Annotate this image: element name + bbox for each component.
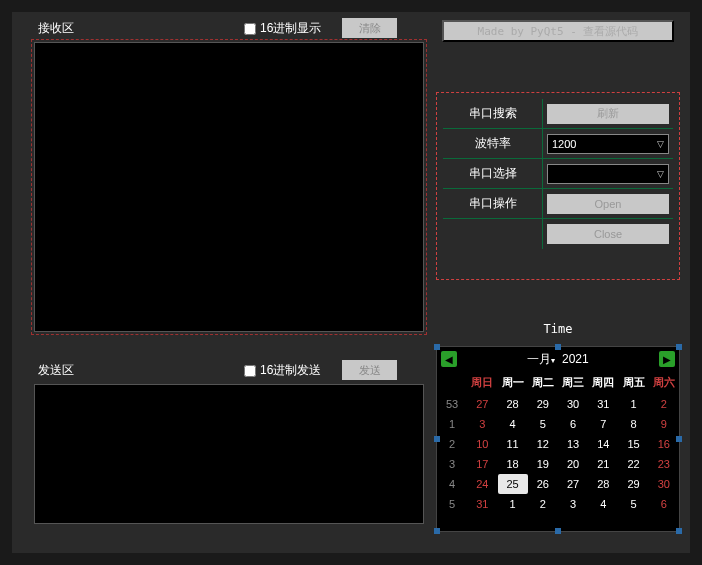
- calendar-dow: 周六: [649, 371, 679, 394]
- baud-rate-label: 波特率: [443, 129, 543, 158]
- calendar-day[interactable]: 18: [498, 454, 528, 474]
- resize-handle[interactable]: [676, 436, 682, 442]
- calendar-day[interactable]: 13: [558, 434, 588, 454]
- calendar-day[interactable]: 16: [649, 434, 679, 454]
- send-button[interactable]: 发送: [342, 360, 397, 380]
- time-label: Time: [436, 322, 680, 336]
- calendar-day[interactable]: 7: [588, 414, 618, 434]
- calendar-day[interactable]: 27: [558, 474, 588, 494]
- calendar-day[interactable]: 11: [498, 434, 528, 454]
- calendar-day[interactable]: 8: [619, 414, 649, 434]
- receive-textarea[interactable]: [34, 42, 424, 332]
- calendar-day[interactable]: 20: [558, 454, 588, 474]
- serial-config-panel: 串口搜索 刷新 波特率 1200 ▽ 串口选择 ▽ 串口操作 Open: [436, 92, 680, 280]
- hex-send-checkbox[interactable]: 16进制发送: [244, 362, 321, 379]
- baud-rate-value: 1200: [552, 138, 576, 150]
- chevron-down-icon: ▽: [657, 169, 664, 179]
- send-textarea[interactable]: [34, 384, 424, 524]
- madeby-button[interactable]: Made by PyQt5 - 查看源代码: [442, 20, 674, 42]
- calendar-day[interactable]: 2: [528, 494, 558, 514]
- clear-button[interactable]: 清除: [342, 18, 397, 38]
- calendar-day[interactable]: 14: [588, 434, 618, 454]
- calendar-day[interactable]: 15: [619, 434, 649, 454]
- calendar-day[interactable]: 3: [467, 414, 497, 434]
- calendar-day[interactable]: 19: [528, 454, 558, 474]
- calendar-dow: 周日: [467, 371, 497, 394]
- calendar-day[interactable]: 4: [498, 414, 528, 434]
- calendar-dow: 周一: [498, 371, 528, 394]
- calendar-day[interactable]: 21: [588, 454, 618, 474]
- hex-display-checkbox[interactable]: 16进制显示: [244, 20, 321, 37]
- calendar-dow: 周二: [528, 371, 558, 394]
- calendar-day[interactable]: 25: [498, 474, 528, 494]
- calendar-week-number: 53: [437, 394, 467, 414]
- calendar-day[interactable]: 22: [619, 454, 649, 474]
- close-button[interactable]: Close: [547, 224, 669, 244]
- calendar-title[interactable]: 一月▾ 2021: [527, 351, 588, 368]
- resize-handle[interactable]: [676, 344, 682, 350]
- calendar-day[interactable]: 28: [588, 474, 618, 494]
- resize-handle[interactable]: [434, 436, 440, 442]
- serial-op-label: 串口操作: [443, 189, 543, 218]
- calendar-day[interactable]: 17: [467, 454, 497, 474]
- calendar-day[interactable]: 6: [649, 494, 679, 514]
- calendar-week-number: 1: [437, 414, 467, 434]
- calendar-day[interactable]: 5: [528, 414, 558, 434]
- calendar-day[interactable]: 12: [528, 434, 558, 454]
- calendar-day[interactable]: 29: [619, 474, 649, 494]
- hex-display-label: 16进制显示: [260, 20, 321, 37]
- baud-rate-combo[interactable]: 1200 ▽: [547, 134, 669, 154]
- calendar-day[interactable]: 26: [528, 474, 558, 494]
- resize-handle[interactable]: [434, 344, 440, 350]
- calendar-week-number: 5: [437, 494, 467, 514]
- calendar-day[interactable]: 5: [619, 494, 649, 514]
- calendar-dow: 周五: [619, 371, 649, 394]
- calendar-week-number: 4: [437, 474, 467, 494]
- calendar-widget[interactable]: ◀ 一月▾ 2021 ▶ 周日周一周二周三周四周五周六5327282930311…: [436, 346, 680, 532]
- hex-send-checkbox-input[interactable]: [244, 365, 256, 377]
- hex-send-label: 16进制发送: [260, 362, 321, 379]
- receive-area-label: 接收区: [38, 20, 74, 37]
- calendar-day[interactable]: 31: [588, 394, 618, 414]
- chevron-down-icon: ▽: [657, 139, 664, 149]
- open-button[interactable]: Open: [547, 194, 669, 214]
- calendar-next-button[interactable]: ▶: [659, 351, 675, 367]
- calendar-day[interactable]: 24: [467, 474, 497, 494]
- calendar-day[interactable]: 30: [558, 394, 588, 414]
- calendar-day[interactable]: 4: [588, 494, 618, 514]
- calendar-grid: 周日周一周二周三周四周五周六53272829303112134567892101…: [437, 371, 679, 514]
- calendar-day[interactable]: 27: [467, 394, 497, 414]
- calendar-dow: 周四: [588, 371, 618, 394]
- calendar-day[interactable]: 6: [558, 414, 588, 434]
- send-area-label: 发送区: [38, 362, 74, 379]
- calendar-day[interactable]: 2: [649, 394, 679, 414]
- calendar-day[interactable]: 23: [649, 454, 679, 474]
- resize-handle[interactable]: [676, 528, 682, 534]
- calendar-day[interactable]: 3: [558, 494, 588, 514]
- port-select-label: 串口选择: [443, 159, 543, 188]
- serial-search-label: 串口搜索: [443, 99, 543, 128]
- calendar-day[interactable]: 30: [649, 474, 679, 494]
- calendar-day[interactable]: 28: [498, 394, 528, 414]
- port-select-combo[interactable]: ▽: [547, 164, 669, 184]
- resize-handle[interactable]: [434, 528, 440, 534]
- calendar-day[interactable]: 1: [619, 394, 649, 414]
- calendar-day[interactable]: 31: [467, 494, 497, 514]
- hex-display-checkbox-input[interactable]: [244, 23, 256, 35]
- calendar-day[interactable]: 9: [649, 414, 679, 434]
- calendar-week-number: 2: [437, 434, 467, 454]
- resize-handle[interactable]: [555, 528, 561, 534]
- calendar-prev-button[interactable]: ◀: [441, 351, 457, 367]
- calendar-day[interactable]: 29: [528, 394, 558, 414]
- serial-op-blank: [443, 219, 543, 249]
- calendar-day[interactable]: 1: [498, 494, 528, 514]
- resize-handle[interactable]: [555, 344, 561, 350]
- calendar-dow: 周三: [558, 371, 588, 394]
- calendar-dow-blank: [437, 371, 467, 394]
- calendar-week-number: 3: [437, 454, 467, 474]
- calendar-day[interactable]: 10: [467, 434, 497, 454]
- refresh-button[interactable]: 刷新: [547, 104, 669, 124]
